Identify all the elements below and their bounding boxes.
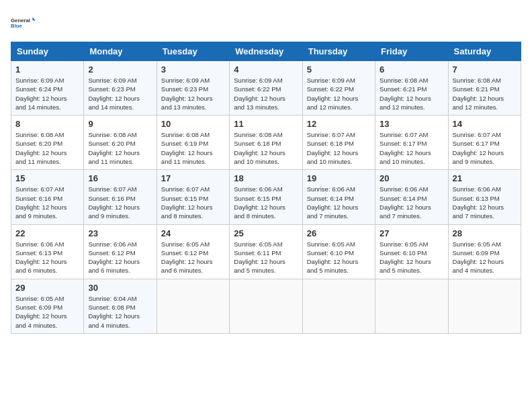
calendar-cell: 11Sunrise: 6:08 AM Sunset: 6:18 PM Dayli… [230, 116, 302, 170]
day-info: Sunrise: 6:05 AM Sunset: 6:10 PM Dayligh… [380, 240, 443, 275]
day-info: Sunrise: 6:05 AM Sunset: 6:12 PM Dayligh… [161, 240, 225, 275]
day-number: 27 [380, 228, 443, 238]
dow-monday: Monday [84, 42, 157, 61]
day-info: Sunrise: 6:04 AM Sunset: 6:08 PM Dayligh… [88, 294, 152, 330]
day-number: 5 [307, 64, 371, 75]
calendar-week-2: 8Sunrise: 6:08 AM Sunset: 6:20 PM Daylig… [11, 116, 521, 170]
calendar-week-4: 22Sunrise: 6:06 AM Sunset: 6:13 PM Dayli… [11, 224, 521, 279]
day-info: Sunrise: 6:08 AM Sunset: 6:21 PM Dayligh… [453, 76, 517, 111]
day-info: Sunrise: 6:08 AM Sunset: 6:20 PM Dayligh… [88, 130, 152, 166]
day-number: 17 [161, 173, 225, 183]
day-info: Sunrise: 6:05 AM Sunset: 6:11 PM Dayligh… [234, 240, 298, 275]
day-number: 15 [15, 173, 79, 183]
calendar-cell: 12Sunrise: 6:07 AM Sunset: 6:18 PM Dayli… [302, 116, 375, 170]
day-info: Sunrise: 6:07 AM Sunset: 6:17 PM Dayligh… [453, 130, 517, 166]
logo-svg: General Blue [11, 11, 35, 35]
day-info: Sunrise: 6:06 AM Sunset: 6:12 PM Dayligh… [88, 240, 152, 275]
day-info: Sunrise: 6:06 AM Sunset: 6:13 PM Dayligh… [453, 185, 517, 220]
calendar-cell: 29Sunrise: 6:05 AM Sunset: 6:09 PM Dayli… [11, 279, 84, 333]
day-info: Sunrise: 6:05 AM Sunset: 6:10 PM Dayligh… [307, 240, 371, 275]
day-info: Sunrise: 6:08 AM Sunset: 6:21 PM Dayligh… [380, 76, 443, 111]
day-info: Sunrise: 6:09 AM Sunset: 6:23 PM Dayligh… [88, 76, 152, 111]
calendar-cell: 10Sunrise: 6:08 AM Sunset: 6:19 PM Dayli… [157, 116, 229, 170]
calendar-cell: 7Sunrise: 6:08 AM Sunset: 6:21 PM Daylig… [448, 61, 521, 116]
dow-saturday: Saturday [448, 42, 521, 61]
day-number: 10 [161, 119, 225, 129]
day-info: Sunrise: 6:09 AM Sunset: 6:22 PM Dayligh… [234, 76, 298, 111]
calendar-cell: 21Sunrise: 6:06 AM Sunset: 6:13 PM Dayli… [448, 170, 521, 224]
calendar-body: 1Sunrise: 6:09 AM Sunset: 6:24 PM Daylig… [11, 61, 521, 334]
logo: General Blue [11, 11, 35, 35]
calendar-cell [448, 279, 521, 333]
day-number: 2 [88, 64, 152, 75]
day-info: Sunrise: 6:09 AM Sunset: 6:24 PM Dayligh… [15, 76, 79, 111]
calendar-cell [375, 279, 448, 333]
day-info: Sunrise: 6:06 AM Sunset: 6:14 PM Dayligh… [307, 185, 371, 220]
calendar-cell: 14Sunrise: 6:07 AM Sunset: 6:17 PM Dayli… [448, 116, 521, 170]
calendar-cell: 26Sunrise: 6:05 AM Sunset: 6:10 PM Dayli… [302, 224, 375, 279]
day-number: 14 [453, 119, 517, 129]
svg-marker-2 [32, 17, 35, 21]
calendar-cell: 24Sunrise: 6:05 AM Sunset: 6:12 PM Dayli… [157, 224, 229, 279]
day-number: 20 [380, 173, 443, 183]
calendar-cell: 25Sunrise: 6:05 AM Sunset: 6:11 PM Dayli… [230, 224, 302, 279]
day-info: Sunrise: 6:07 AM Sunset: 6:17 PM Dayligh… [380, 130, 443, 166]
day-number: 22 [15, 228, 79, 238]
calendar-cell: 20Sunrise: 6:06 AM Sunset: 6:14 PM Dayli… [375, 170, 448, 224]
day-number: 3 [161, 64, 225, 75]
day-info: Sunrise: 6:06 AM Sunset: 6:15 PM Dayligh… [234, 185, 298, 220]
day-number: 1 [15, 64, 79, 75]
calendar-cell [157, 279, 229, 333]
day-info: Sunrise: 6:08 AM Sunset: 6:19 PM Dayligh… [161, 130, 225, 166]
day-info: Sunrise: 6:07 AM Sunset: 6:16 PM Dayligh… [15, 185, 79, 220]
day-info: Sunrise: 6:08 AM Sunset: 6:20 PM Dayligh… [15, 130, 79, 166]
day-number: 30 [88, 283, 152, 293]
calendar-cell: 4Sunrise: 6:09 AM Sunset: 6:22 PM Daylig… [230, 61, 302, 116]
calendar-week-3: 15Sunrise: 6:07 AM Sunset: 6:16 PM Dayli… [11, 170, 521, 224]
calendar-cell: 18Sunrise: 6:06 AM Sunset: 6:15 PM Dayli… [230, 170, 302, 224]
dow-friday: Friday [375, 42, 448, 61]
day-number: 13 [380, 119, 443, 129]
day-info: Sunrise: 6:06 AM Sunset: 6:13 PM Dayligh… [15, 240, 79, 275]
day-number: 6 [380, 64, 443, 75]
calendar-cell: 28Sunrise: 6:05 AM Sunset: 6:09 PM Dayli… [448, 224, 521, 279]
day-number: 25 [234, 228, 298, 238]
calendar-cell: 13Sunrise: 6:07 AM Sunset: 6:17 PM Dayli… [375, 116, 448, 170]
calendar-cell: 2Sunrise: 6:09 AM Sunset: 6:23 PM Daylig… [84, 61, 157, 116]
day-info: Sunrise: 6:05 AM Sunset: 6:09 PM Dayligh… [15, 294, 79, 330]
dow-thursday: Thursday [302, 42, 375, 61]
days-of-week-header: SundayMondayTuesdayWednesdayThursdayFrid… [11, 42, 521, 61]
svg-text:Blue: Blue [11, 23, 23, 29]
calendar-cell: 27Sunrise: 6:05 AM Sunset: 6:10 PM Dayli… [375, 224, 448, 279]
day-number: 23 [88, 228, 152, 238]
day-info: Sunrise: 6:09 AM Sunset: 6:22 PM Dayligh… [307, 76, 371, 111]
day-number: 8 [15, 119, 79, 129]
day-number: 18 [234, 173, 298, 183]
calendar-cell: 17Sunrise: 6:07 AM Sunset: 6:15 PM Dayli… [157, 170, 229, 224]
calendar-cell: 16Sunrise: 6:07 AM Sunset: 6:16 PM Dayli… [84, 170, 157, 224]
day-info: Sunrise: 6:07 AM Sunset: 6:15 PM Dayligh… [161, 185, 225, 220]
day-number: 21 [453, 173, 517, 183]
calendar-cell: 19Sunrise: 6:06 AM Sunset: 6:14 PM Dayli… [302, 170, 375, 224]
calendar-cell: 5Sunrise: 6:09 AM Sunset: 6:22 PM Daylig… [302, 61, 375, 116]
svg-text:General: General [11, 17, 30, 24]
day-number: 11 [234, 119, 298, 129]
day-info: Sunrise: 6:07 AM Sunset: 6:18 PM Dayligh… [307, 130, 371, 166]
dow-wednesday: Wednesday [230, 42, 302, 61]
day-number: 28 [453, 228, 517, 238]
day-number: 29 [15, 283, 79, 293]
day-number: 12 [307, 119, 371, 129]
dow-sunday: Sunday [11, 42, 84, 61]
day-info: Sunrise: 6:05 AM Sunset: 6:09 PM Dayligh… [453, 240, 517, 275]
calendar-cell: 22Sunrise: 6:06 AM Sunset: 6:13 PM Dayli… [11, 224, 84, 279]
calendar-cell: 1Sunrise: 6:09 AM Sunset: 6:24 PM Daylig… [11, 61, 84, 116]
calendar-cell: 23Sunrise: 6:06 AM Sunset: 6:12 PM Dayli… [84, 224, 157, 279]
calendar-cell: 30Sunrise: 6:04 AM Sunset: 6:08 PM Dayli… [84, 279, 157, 333]
calendar-week-1: 1Sunrise: 6:09 AM Sunset: 6:24 PM Daylig… [11, 61, 521, 116]
calendar-cell: 9Sunrise: 6:08 AM Sunset: 6:20 PM Daylig… [84, 116, 157, 170]
day-number: 24 [161, 228, 225, 238]
day-number: 4 [234, 64, 298, 75]
day-number: 26 [307, 228, 371, 238]
calendar-cell: 3Sunrise: 6:09 AM Sunset: 6:23 PM Daylig… [157, 61, 229, 116]
calendar-cell: 8Sunrise: 6:08 AM Sunset: 6:20 PM Daylig… [11, 116, 84, 170]
